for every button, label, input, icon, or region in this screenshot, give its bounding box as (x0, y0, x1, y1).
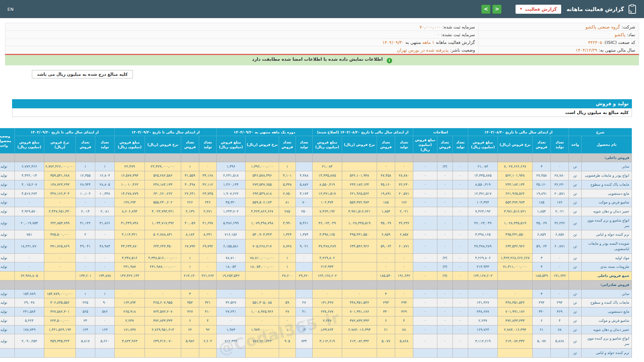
value-cell: ۲,۴۴۷,۶۵۱,۴۴۰ (44, 207, 75, 216)
value-cell (114, 348, 145, 357)
value-cell (245, 280, 279, 289)
value-cell: ۵۰۲,۷۸۸,۸۳۱ (145, 230, 181, 239)
info-cell: کد صنعت (ISIC): ۴۴۲۴۰۵ (479, 39, 639, 46)
value-cell: ۲۱۳,۱۴۰ (181, 272, 199, 281)
value-cell: (۳) (437, 253, 452, 262)
value-cell: ۰ (452, 207, 468, 216)
value-cell: ۳۱,۵۵۹ (181, 171, 199, 180)
value-cell: ۰ (75, 198, 95, 207)
value-cell: ۷۰۱,۹۹۱,۱۷۶ (498, 307, 533, 316)
table-row: ملزومات بسته بندیتن۰۳۷۱,۳۱۱,۰۰۰,۰۰۰۲۱۳,۹… (0, 262, 632, 272)
info-label: سرمایه ثبت شده: (441, 24, 475, 29)
value-cell: ۴۴۸,۳۵۱,۵۳۶ (342, 298, 377, 307)
value-cell: ۹۲ (199, 325, 216, 334)
info-label: شرکت: (620, 24, 635, 29)
value-cell: ۰ (413, 334, 437, 349)
value-cell: ۰ (551, 289, 569, 298)
value-cell: ۰ (199, 253, 216, 262)
value-cell: ۱۸,۰۵۴,۰۰۰,۰۰۰ (245, 262, 279, 272)
value-cell: ۲۷,۴۵۸ (377, 171, 395, 180)
value-cell: ۸,۱۸۳ (181, 230, 199, 239)
value-cell: ۱,۰۷۹,۴۹۸,۷۹۸ (245, 216, 279, 230)
page: { "topbar": { "en_label": "EN", "title":… (0, 0, 644, 362)
value-cell: ۶,۷۷۲,۴۶۶,۰۰۰,۰۰۰ (44, 162, 75, 171)
value-cell (0, 280, 14, 289)
product-name-cell: نرم کننده حوله و لباس (582, 348, 632, 357)
value-cell: ۰ (377, 262, 395, 272)
value-cell: ۲۶۵,۹۱۸ (114, 307, 145, 316)
value-cell: ۲,۷۸۳,۰۱۶,۳۹۳ (342, 325, 377, 334)
value-cell: تولید (0, 307, 14, 316)
prev-report-button[interactable]: < (481, 5, 490, 14)
value-cell: تولید (0, 298, 14, 307)
value-cell: ۲۱۳,۹۳۳ (468, 262, 497, 272)
value-cell: ۲,۰۲۱ (395, 207, 413, 216)
value-cell (145, 153, 181, 162)
info-value: ۴۴۲۴۰۵ (588, 40, 602, 45)
value-cell: ۲۸,۸۰۵ (95, 180, 114, 189)
value-cell: ۳۴۰ (377, 307, 395, 316)
value-cell: ۳۷۱,۷۶۵,۸۶۹ (44, 239, 75, 254)
value-cell: ۴۱۰ (199, 307, 216, 316)
value-cell: ۳,۳۹۸,۱۶۵ (468, 230, 497, 239)
value-cell: ۲۰,۵۷۱ (395, 189, 413, 198)
value-cell (44, 348, 75, 357)
value-cell: ۰ (452, 216, 468, 230)
report-type-dropdown[interactable]: گزارش فعالیت ▼ (516, 5, 561, 14)
value-cell (342, 262, 377, 272)
next-report-button[interactable]: > (492, 5, 501, 14)
value-cell (95, 153, 114, 162)
info-label: وضعیت ناشر: (448, 48, 475, 53)
value-cell: ۷۰۵,۲۶۸,۲۱۷ (245, 239, 279, 254)
value-cell: ۱۴۷,۶۹۴ (114, 198, 145, 207)
info-cell: سرمایه ثبت نشده: ۰ (5, 31, 479, 39)
value-cell: ۲ (75, 230, 95, 239)
info-row: شرکت: گروه صنعتی پاکشوسرمایه ثبت شده: ۷۰… (5, 23, 639, 31)
value-cell: ۵۴۰,۹۰۳,۳۲۳ (245, 230, 279, 239)
value-cell: ۰ (296, 253, 312, 262)
value-cell: تولید (0, 289, 14, 298)
value-cell (44, 272, 75, 281)
value-cell: ۰ (413, 316, 437, 325)
value-cell: ۲۰,۰۱۹,۷۵۳ (14, 216, 44, 230)
value-cell: ۵۵۳,۳۷۲,۹۷۳ (498, 198, 533, 207)
value-cell: ۲۸۵ (279, 207, 296, 216)
info-label: گزارش فعالیت ماهانه (434, 40, 475, 45)
value-cell: ۶ (377, 316, 395, 325)
value-cell: تولید (0, 230, 14, 239)
value-cell: تولید (0, 239, 14, 254)
value-cell: ۴,۲۶۹,۸۰۶ (312, 253, 342, 262)
value-cell: ۰ (437, 307, 452, 316)
value-cell: ۰ (413, 171, 437, 180)
value-cell: تولید (0, 198, 14, 207)
value-cell: ۳۶,۲۳۰ (551, 180, 569, 189)
value-cell: ۰ (452, 262, 468, 272)
value-cell: ۱۴ (296, 325, 312, 334)
value-cell: تن (569, 325, 582, 334)
value-cell (452, 280, 468, 289)
table-row: انواع شامپو و نرم کننده موی سرتن۳۶,۲۳۶۳۵… (0, 216, 632, 230)
table-row: خمیر دندان و دهان شویهتن۷۸۶۱۲,۷۸۳,۰۱۶,۳۹… (0, 325, 632, 334)
value-cell: تولید (0, 262, 14, 272)
info-cell: سال مالی منتهی به: ۱۴۰۴/۱۲/۲۹ (479, 46, 639, 54)
column-header: تعداد فروش (377, 136, 395, 154)
value-cell: ۶۰,۷۷۱ (551, 239, 569, 254)
value-cell (468, 348, 497, 357)
value-cell: ۳۵۲ (181, 298, 199, 307)
value-cell: ۲,۲۳۷ (114, 316, 145, 325)
value-cell (312, 348, 342, 357)
value-cell: ۱۶۳ (95, 325, 114, 334)
value-cell: تن (569, 307, 582, 316)
value-cell: ۰ (377, 162, 395, 171)
value-cell: ۴۲,۱۱۲ (199, 180, 216, 189)
value-cell: ۵۹,۰۶۴ (377, 239, 395, 254)
value-cell (199, 153, 216, 162)
column-header: مبلغ فروش (میلیون ریال) (216, 136, 245, 154)
value-cell (312, 280, 342, 289)
language-toggle-en[interactable]: EN (7, 7, 14, 12)
value-cell: ۴,۰۲۳,۷۹۳,۳۶۱ (145, 207, 181, 216)
value-cell (498, 348, 533, 357)
value-cell (245, 272, 279, 281)
value-cell: ۲,۰۱۴ (75, 207, 95, 216)
column-header: مبلغ فروش (میلیون ریال) (114, 136, 145, 154)
